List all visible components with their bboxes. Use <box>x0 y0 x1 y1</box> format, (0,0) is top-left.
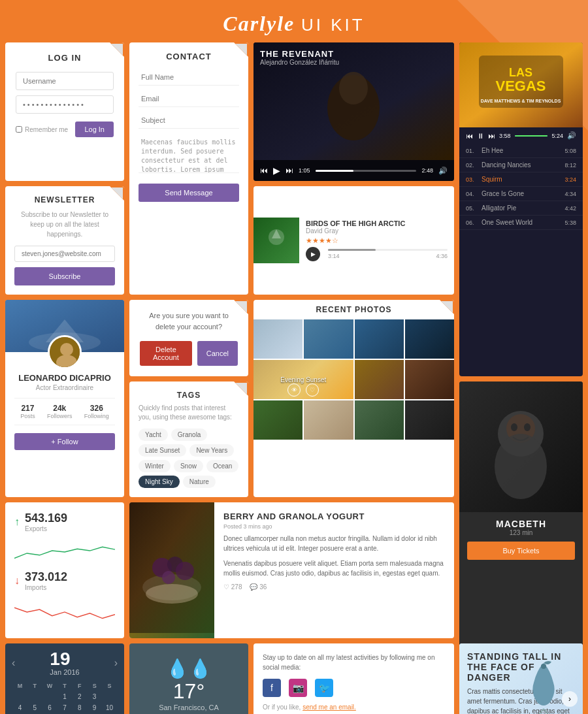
blog-content: BERRY AND GRANOLA YOGURT Posted 3 mins a… <box>214 502 454 638</box>
photos-title: RECENT PHOTOS <box>253 300 454 319</box>
contact-email-input[interactable] <box>139 91 239 107</box>
card-fold <box>110 42 124 57</box>
photo-7[interactable] <box>253 400 302 440</box>
volume-icon[interactable]: 🔊 <box>438 167 448 175</box>
cancel-button[interactable]: Cancel <box>197 341 238 366</box>
cal-day[interactable]: 9 <box>88 703 101 713</box>
tag-yacht[interactable]: Yacht <box>139 429 168 441</box>
cal-next-btn[interactable]: › <box>114 657 118 669</box>
playlist-item-5[interactable]: 05. Alligator Pie 4:42 <box>459 201 583 216</box>
cal-day[interactable]: 3 <box>88 692 101 702</box>
contact-title: CONTACT <box>139 52 239 61</box>
svg-text:DAVE MATTHEWS & TIM REYNOLDS: DAVE MATTHEWS & TIM REYNOLDS <box>481 99 561 103</box>
video-controls: ⏮ ▶ ⏭ 1:05 2:48 🔊 <box>253 160 454 181</box>
subscribe-button[interactable]: Subscribe <box>14 267 115 285</box>
video-progress[interactable] <box>316 170 417 172</box>
svg-point-29 <box>146 584 198 604</box>
photo-3[interactable] <box>355 319 404 359</box>
tag-night-sky[interactable]: Night Sky <box>139 476 180 488</box>
cal-day[interactable]: 8 <box>73 703 86 713</box>
tag-late-sunset[interactable]: Late Sunset <box>139 444 186 457</box>
video-title: THE REVENANT <box>260 49 339 59</box>
photo-9[interactable] <box>355 400 404 440</box>
card-fold-delete <box>234 300 248 314</box>
skip-back-btn[interactable]: ⏮ <box>260 166 268 175</box>
password-input[interactable] <box>16 95 114 114</box>
tag-nature[interactable]: Nature <box>183 476 216 488</box>
contact-message-textarea[interactable]: Maecenas faucibus mollis interdum. Sed p… <box>139 134 239 173</box>
photo-2[interactable] <box>304 319 353 359</box>
contact-name-input[interactable] <box>139 69 239 86</box>
blog-text-2: Venenatis dapibus posuere velit aliquet.… <box>223 559 445 578</box>
contact-subject-input[interactable] <box>139 112 239 129</box>
skip-fwd-btn[interactable]: ⏭ <box>286 166 293 175</box>
hero-next-btn[interactable]: › <box>562 691 578 707</box>
pause-btn[interactable]: ⏸ <box>477 132 484 140</box>
svg-point-15 <box>60 343 73 356</box>
exports-value: 543.169 <box>25 511 67 525</box>
cal-day[interactable]: 6 <box>43 703 57 713</box>
photo-1[interactable] <box>253 319 302 359</box>
facebook-icon[interactable]: f <box>263 679 281 697</box>
svg-point-30 <box>541 664 546 669</box>
stat-followers: 24k Followers <box>47 404 73 419</box>
movie-info: MACBETH 123 min Buy Tickets <box>459 512 583 566</box>
tag-winter[interactable]: Winter <box>139 460 171 472</box>
instagram-icon[interactable]: 📷 <box>289 679 307 697</box>
photo-heart-icon[interactable]: ♡ <box>306 383 319 397</box>
buy-tickets-button[interactable]: Buy Tickets <box>467 542 575 560</box>
cal-day[interactable]: 1 <box>58 692 72 702</box>
cal-day[interactable]: 4 <box>13 703 27 713</box>
tag-new-years[interactable]: New Years <box>189 444 234 457</box>
playlist-item-3[interactable]: 03. Squirm 3:24 <box>459 172 583 187</box>
cal-prev-btn[interactable]: ‹ <box>12 657 15 669</box>
profile-card: LEONARDO DICAPRIO Actor Extraordinaire 2… <box>5 300 124 497</box>
svg-point-27 <box>176 562 194 580</box>
playlist-item-1[interactable]: 01. Eh Hee 5:08 <box>459 144 583 158</box>
tag-granola[interactable]: Granola <box>171 429 208 441</box>
newsletter-email-input[interactable] <box>14 246 115 262</box>
music-time-current: 3:58 <box>499 133 511 139</box>
photo-5[interactable] <box>355 360 404 399</box>
audio-stars: ★★★★☆ <box>306 236 448 245</box>
play-btn[interactable]: ▶ <box>273 165 280 176</box>
cal-day[interactable]: 5 <box>28 703 42 713</box>
send-message-button[interactable]: Send Message <box>139 184 239 202</box>
photo-icons: 👁 ♡ <box>253 383 353 397</box>
playlist-item-6[interactable]: 06. One Sweet World 5:38 <box>459 216 583 230</box>
photo-6[interactable] <box>405 360 454 399</box>
send-email-link[interactable]: send me an email. <box>302 704 356 711</box>
delete-account-button[interactable]: Delete Account <box>140 341 192 366</box>
cal-day[interactable]: 10 <box>103 703 116 713</box>
twitter-icon[interactable]: 🐦 <box>315 679 333 697</box>
music-progress-bar[interactable] <box>515 135 548 137</box>
next-track-btn[interactable]: ⏭ <box>488 132 495 140</box>
exports-chart <box>14 539 115 565</box>
login-button[interactable]: Log In <box>75 122 114 137</box>
card-fold-tags <box>234 381 248 396</box>
audio-play-btn[interactable]: ▶ <box>306 247 320 261</box>
username-input[interactable] <box>16 72 114 90</box>
photo-10[interactable] <box>405 400 454 440</box>
photo-8[interactable] <box>304 400 353 440</box>
cal-day[interactable]: 7 <box>58 703 72 713</box>
playlist: 01. Eh Hee 5:08 02. Dancing Nancies 8:12… <box>459 144 583 230</box>
svg-line-32 <box>544 709 549 714</box>
playlist-item-2[interactable]: 02. Dancing Nancies 8:12 <box>459 158 583 172</box>
blog-likes: ♡ 278 <box>223 583 242 591</box>
volume-icon-music[interactable]: 🔊 <box>567 131 576 140</box>
playlist-item-4[interactable]: 04. Grace Is Gone 4:34 <box>459 187 583 201</box>
prev-track-btn[interactable]: ⏮ <box>466 132 473 140</box>
follow-button[interactable]: + Follow <box>14 433 115 450</box>
tag-ocean[interactable]: Ocean <box>206 460 238 472</box>
stat-posts: 217 Posts <box>20 404 35 419</box>
photo-evening-sunset[interactable]: Evening Sunset 👁 ♡ <box>253 360 353 399</box>
tag-snow[interactable]: Snow <box>174 460 203 472</box>
cal-day[interactable]: 2 <box>73 692 86 702</box>
svg-point-28 <box>162 571 175 584</box>
photo-4[interactable] <box>405 319 454 359</box>
photo-eye-icon[interactable]: 👁 <box>287 383 301 397</box>
remember-label[interactable]: Remember me <box>16 126 68 133</box>
audio-progress-bar[interactable] <box>328 249 448 251</box>
svg-point-22 <box>495 434 547 499</box>
